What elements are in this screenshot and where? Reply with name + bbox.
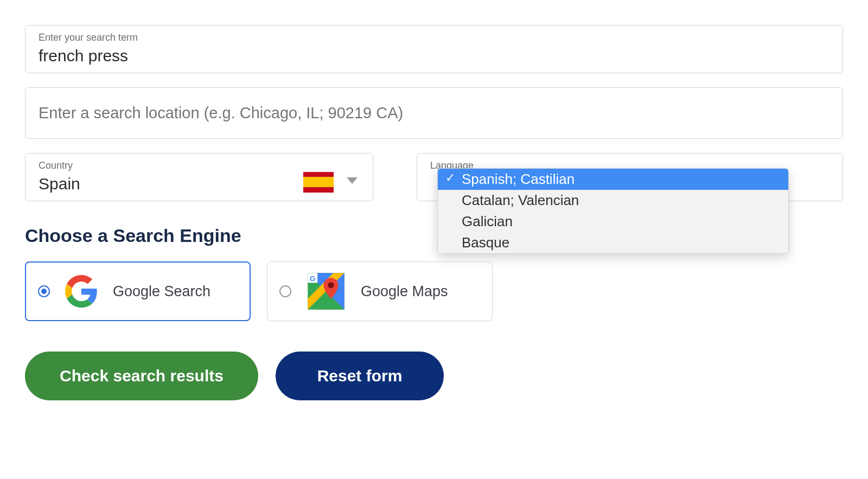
chevron-down-icon xyxy=(347,177,358,184)
language-dropdown[interactable]: Spanish; Castilian Catalan; Valencian Ga… xyxy=(437,168,789,254)
search-term-label: Enter your search term xyxy=(39,32,829,43)
search-term-input[interactable] xyxy=(39,47,829,65)
google-logo-icon xyxy=(65,275,98,308)
engine-label: Google Search xyxy=(113,283,210,300)
language-option[interactable]: Spanish; Castilian xyxy=(438,169,788,190)
radio-google-maps[interactable] xyxy=(279,285,291,297)
search-term-field[interactable]: Enter your search term xyxy=(25,25,843,73)
language-option[interactable]: Galician xyxy=(438,211,788,232)
reset-form-button[interactable]: Reset form xyxy=(276,352,444,400)
svg-point-6 xyxy=(328,282,334,288)
language-option[interactable]: Basque xyxy=(438,232,788,253)
spain-flag-icon xyxy=(303,172,334,193)
engine-label: Google Maps xyxy=(361,283,448,300)
engine-option-google-search[interactable]: Google Search xyxy=(25,261,251,321)
svg-text:G: G xyxy=(310,274,316,283)
radio-google-search[interactable] xyxy=(38,285,50,297)
location-input[interactable] xyxy=(39,104,829,122)
google-maps-icon: G xyxy=(307,272,346,311)
location-field[interactable] xyxy=(25,87,843,139)
country-label: Country xyxy=(39,160,360,171)
country-select[interactable]: Country Spain xyxy=(25,153,373,201)
engine-option-google-maps[interactable]: G Google Maps xyxy=(267,261,493,321)
language-option[interactable]: Catalan; Valencian xyxy=(438,190,788,211)
check-results-button[interactable]: Check search results xyxy=(25,352,258,400)
